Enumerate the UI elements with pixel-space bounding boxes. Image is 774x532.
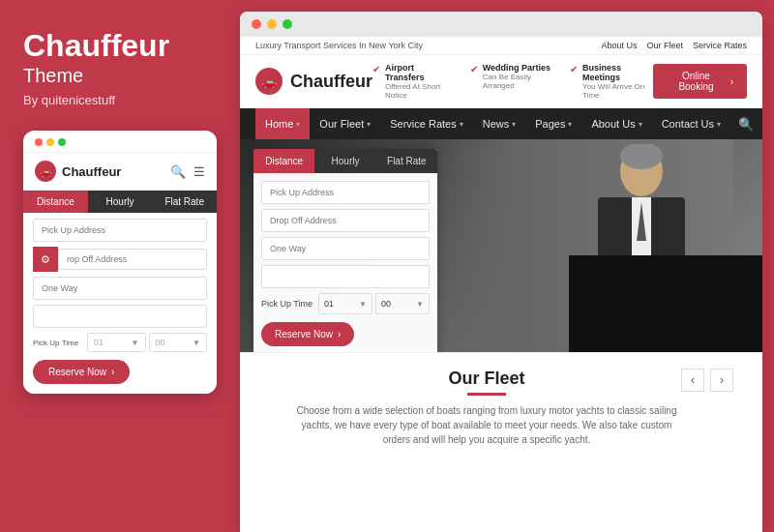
nav-arrow-fleet: ▾ <box>367 120 371 129</box>
booking-pickup-input[interactable] <box>261 181 430 204</box>
booking-oneway-input[interactable] <box>261 237 430 260</box>
nav-arrow-home: ▾ <box>296 120 300 129</box>
mobile-header-icons: 🔍 ☰ <box>170 164 205 179</box>
time-hour-arrow: ▼ <box>359 300 367 309</box>
booking-form: 21/08/2022 Pick Up Time 01 ▼ 00 ▼ <box>253 173 437 352</box>
nav-search-icon[interactable]: 🔍 <box>730 117 761 132</box>
mobile-time-row: Pick Up Time 01 ▼ 00 ▼ <box>33 333 207 352</box>
site-logo-text: Chauffeur <box>290 72 372 92</box>
left-panel: Chauffeur Theme By quitenicestuff 🚗 Chau… <box>0 0 240 532</box>
topbar-link-about[interactable]: About Us <box>601 41 637 50</box>
booking-time-inputs: 01 ▼ 00 ▼ <box>318 293 430 314</box>
site-header: 🚗 Chauffeur ✔ Airport Transfers Offered … <box>240 55 762 108</box>
fleet-title: Our Fleet <box>292 369 681 389</box>
booking-time-label: Pick Up Time <box>261 299 314 309</box>
feature-airport-check: ✔ <box>372 64 380 74</box>
nav-arrow-about: ▾ <box>639 120 642 129</box>
nav-item-about[interactable]: About Us ▾ <box>581 108 651 139</box>
nav-item-fleet[interactable]: Our Fleet ▾ <box>310 108 380 139</box>
brand-subtitle: Theme <box>23 65 217 87</box>
mobile-dot-red <box>35 138 43 146</box>
booking-reserve-arrow: › <box>338 329 341 340</box>
online-booking-button[interactable]: Online Booking › <box>653 64 747 99</box>
browser-dot-yellow <box>267 19 277 29</box>
mobile-form: ⚙ 21/08/2022 Pick Up Time 01 ▼ 00 ▼ <box>23 213 217 394</box>
nav-item-news[interactable]: News ▾ <box>473 108 526 139</box>
booking-tab-flatrate[interactable]: Flat Rate <box>376 149 437 173</box>
brand-by: By quitenicestuff <box>23 93 217 107</box>
mobile-time-label: Pick Up Time <box>33 339 83 347</box>
feature-wedding: ✔ Wedding Parties Can Be Easily Arranged <box>470 63 554 100</box>
mobile-dropoff-row: ⚙ <box>33 247 207 272</box>
booking-time-row: Pick Up Time 01 ▼ 00 ▼ <box>261 293 430 314</box>
fleet-description: Choose from a wide selection of boats ra… <box>292 403 681 447</box>
brand-title: Chauffeur <box>23 29 217 63</box>
browser-dot-red <box>252 19 261 29</box>
mobile-tab-flatrate[interactable]: Flat Rate <box>152 191 217 213</box>
booking-overlay: Distance Hourly Flat Rate 21/08/2022 Pic… <box>253 149 437 352</box>
fleet-next-button[interactable]: › <box>710 369 733 392</box>
mobile-pickup-input[interactable] <box>33 219 207 242</box>
feature-business-sub: You Will Arrive On Time <box>582 82 653 100</box>
nav-item-home[interactable]: Home ▾ <box>255 108 310 139</box>
feature-wedding-check: ✔ <box>470 64 478 74</box>
nav-item-pages[interactable]: Pages ▾ <box>525 108 581 139</box>
fleet-nav: ‹ › <box>681 369 733 392</box>
fleet-section: Our Fleet Choose from a wide selection o… <box>240 352 762 466</box>
mobile-oneway-input[interactable] <box>33 277 207 300</box>
booking-tab-hourly[interactable]: Hourly <box>314 149 375 173</box>
mobile-gear-icon[interactable]: ⚙ <box>33 247 58 272</box>
time-m-arrow: ▼ <box>193 339 200 347</box>
mobile-tab-distance[interactable]: Distance <box>23 191 88 213</box>
feature-wedding-sub: Can Be Easily Arranged <box>483 73 554 90</box>
feature-airport: ✔ Airport Transfers Offered At Short Not… <box>372 63 455 100</box>
mobile-reserve-button[interactable]: Reserve Now › <box>33 360 130 384</box>
mobile-search-icon[interactable]: 🔍 <box>170 164 186 179</box>
nav-arrow-news: ▾ <box>512 120 516 129</box>
fleet-title-underline <box>467 393 506 396</box>
mobile-time-hour[interactable]: 01 ▼ <box>87 333 146 352</box>
topbar-link-fleet[interactable]: Our Fleet <box>646 41 683 50</box>
feature-airport-sub: Offered At Short Notice <box>385 82 455 100</box>
mobile-date-input[interactable]: 21/08/2022 <box>33 305 207 328</box>
mobile-dot-yellow <box>46 138 54 146</box>
fleet-header: Our Fleet Choose from a wide selection o… <box>269 369 733 447</box>
mobile-dropoff-input[interactable] <box>58 249 207 270</box>
mobile-logo-icon: 🚗 <box>35 161 56 182</box>
reserve-arrow-icon: › <box>111 367 114 377</box>
topbar-link-rates[interactable]: Service Rates <box>693 41 747 50</box>
time-min-arrow: ▼ <box>416 300 424 309</box>
mobile-dots <box>35 138 66 146</box>
browser-dot-green <box>283 19 292 29</box>
site-hero: Distance Hourly Flat Rate 21/08/2022 Pic… <box>240 139 762 352</box>
browser-chrome <box>240 12 762 37</box>
booking-reserve-button[interactable]: Reserve Now › <box>261 322 354 346</box>
mobile-mockup: 🚗 Chauffeur 🔍 ☰ Distance Hourly Flat Rat… <box>23 131 217 394</box>
header-features: ✔ Airport Transfers Offered At Short Not… <box>372 63 653 100</box>
site-tagline: Luxury Transport Services In New York Ci… <box>255 41 423 50</box>
browser-content: Luxury Transport Services In New York Ci… <box>240 37 762 532</box>
booking-time-hour[interactable]: 01 ▼ <box>318 293 372 314</box>
mobile-logo-text: Chauffeur <box>62 164 121 179</box>
feature-airport-title: Airport Transfers <box>385 63 455 82</box>
mobile-tab-hourly[interactable]: Hourly <box>88 191 153 213</box>
booking-date-input[interactable]: 21/08/2022 <box>261 265 430 288</box>
mobile-time-inputs: 01 ▼ 00 ▼ <box>87 333 207 352</box>
site-topbar: Luxury Transport Services In New York Ci… <box>240 37 762 55</box>
mobile-time-min[interactable]: 00 ▼ <box>149 333 208 352</box>
fleet-prev-button[interactable]: ‹ <box>681 369 704 392</box>
nav-item-rates[interactable]: Service Rates ▾ <box>380 108 472 139</box>
site-nav: Home ▾ Our Fleet ▾ Service Rates ▾ News … <box>240 108 762 139</box>
nav-item-contact[interactable]: Contact Us ▾ <box>652 108 730 139</box>
booking-time-min[interactable]: 00 ▼ <box>375 293 430 314</box>
booking-tab-distance[interactable]: Distance <box>253 149 314 173</box>
nav-arrow-contact: ▾ <box>717 120 721 129</box>
mobile-chrome <box>23 131 217 153</box>
time-h-arrow: ▼ <box>132 339 139 347</box>
mobile-menu-icon[interactable]: ☰ <box>194 164 205 179</box>
booking-dropoff-input[interactable] <box>261 209 430 232</box>
booking-tabs: Distance Hourly Flat Rate <box>253 149 437 173</box>
feature-wedding-title: Wedding Parties <box>483 63 554 73</box>
feature-business-check: ✔ <box>570 64 578 74</box>
feature-business: ✔ Business Meetings You Will Arrive On T… <box>570 63 653 100</box>
